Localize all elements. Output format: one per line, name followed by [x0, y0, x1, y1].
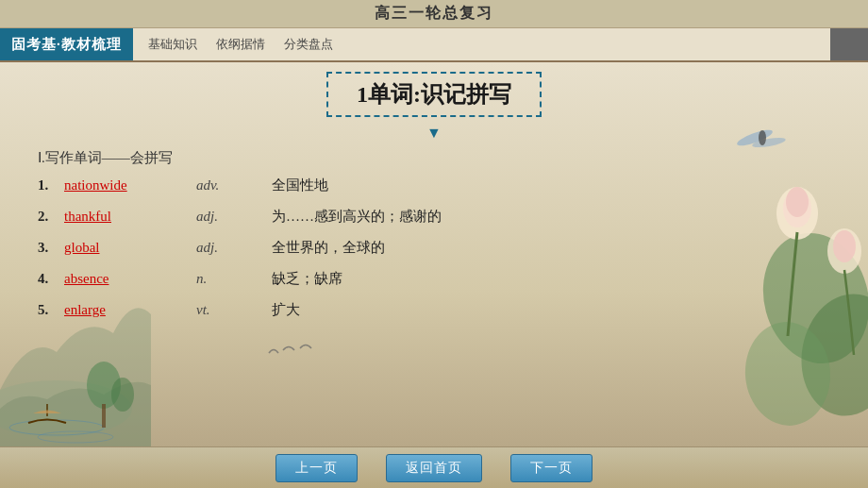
word-entry-5: 5. enlarge vt. 扩大 — [38, 301, 840, 319]
word-chinese-5: 扩大 — [243, 301, 300, 319]
prev-button[interactable]: 上一页 — [275, 454, 358, 482]
sub-section-text: Ⅰ.写作单词——会拼写 — [38, 150, 173, 165]
word-chinese-2: 为……感到高兴的；感谢的 — [243, 208, 442, 226]
section-number: 1 — [357, 82, 368, 107]
next-button[interactable]: 下一页 — [510, 454, 593, 482]
header-title-text: 固考基·教材梳理 — [11, 36, 122, 54]
word-num-5: 5. — [38, 302, 64, 318]
section-title: 1单词:识记拼写 — [28, 72, 840, 117]
header-nav: 基础知识 依纲据情 分类盘点 — [133, 28, 830, 60]
word-entry-1: 1. nationwide adv. 全国性地 — [38, 177, 840, 194]
birds-decoration — [264, 339, 340, 371]
nav-item-3[interactable]: 分类盘点 — [284, 36, 333, 53]
word-entry-3: 3. global adj. 全世界的，全球的 — [38, 239, 840, 257]
word-chinese-1: 全国性地 — [243, 177, 328, 194]
header-title: 固考基·教材梳理 — [0, 28, 133, 60]
header-right-block — [830, 28, 868, 60]
section-subtitle: :识记拼写 — [413, 82, 511, 107]
content-area: 1单词:识记拼写 ▼ Ⅰ.写作单词——会拼写 1. nationwide adv… — [0, 62, 868, 446]
word-english-4: absence — [64, 271, 187, 287]
word-pos-5: vt. — [187, 302, 243, 318]
top-bar: 高三一轮总复习 — [0, 0, 868, 28]
word-num-4: 4. — [38, 271, 64, 287]
word-chinese-4: 缺乏；缺席 — [243, 270, 342, 288]
word-english-1: nationwide — [64, 177, 187, 194]
word-chinese-3: 全世界的，全球的 — [243, 239, 385, 257]
word-english-5: enlarge — [64, 302, 187, 318]
section-arrow: ▼ — [28, 125, 840, 142]
nav-item-1[interactable]: 基础知识 — [148, 36, 197, 53]
main-content: 1单词:识记拼写 ▼ Ⅰ.写作单词——会拼写 1. nationwide adv… — [0, 62, 868, 446]
word-num-2: 2. — [38, 209, 64, 225]
word-pos-4: n. — [187, 271, 243, 287]
bottom-nav: 上一页 返回首页 下一页 — [0, 446, 868, 488]
sub-section: Ⅰ.写作单词——会拼写 — [28, 149, 840, 167]
word-english-3: global — [64, 240, 187, 256]
word-entry-2: 2. thankful adj. 为……感到高兴的；感谢的 — [38, 208, 840, 226]
section-title-box: 1单词:识记拼写 — [326, 72, 542, 117]
word-pos-1: adv. — [187, 177, 243, 194]
word-pos-3: adj. — [187, 240, 243, 256]
header-section: 固考基·教材梳理 基础知识 依纲据情 分类盘点 — [0, 28, 868, 62]
word-pos-2: adj. — [187, 209, 243, 225]
word-num-1: 1. — [38, 177, 64, 194]
nav-item-2[interactable]: 依纲据情 — [216, 36, 265, 53]
word-list: 1. nationwide adv. 全国性地 2. thankful adj.… — [28, 177, 840, 319]
home-button[interactable]: 返回首页 — [386, 454, 482, 482]
top-bar-title: 高三一轮总复习 — [375, 5, 493, 21]
section-label: 单词 — [368, 82, 413, 107]
word-entry-4: 4. absence n. 缺乏；缺席 — [38, 270, 840, 288]
word-english-2: thankful — [64, 209, 187, 225]
word-num-3: 3. — [38, 240, 64, 256]
